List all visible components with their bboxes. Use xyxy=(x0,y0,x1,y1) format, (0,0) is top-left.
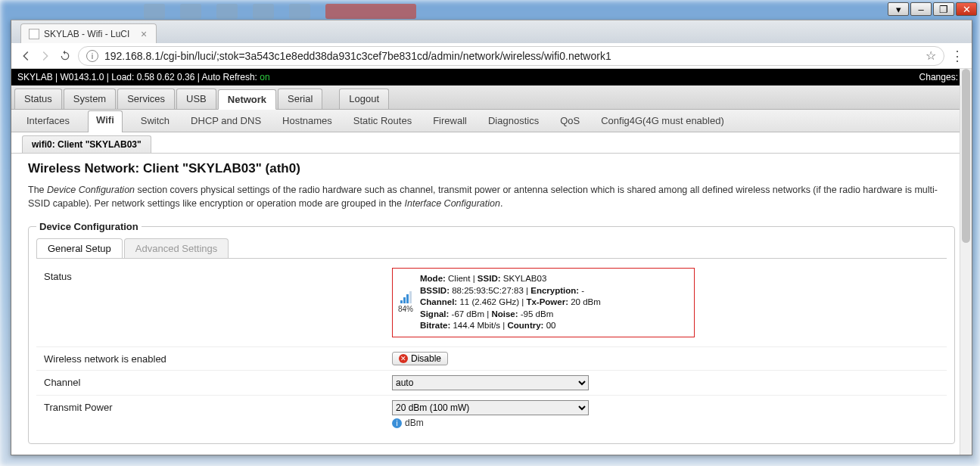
device-configuration-section: Device Configuration General Setup Advan… xyxy=(28,221,955,444)
disable-button[interactable]: ✕ Disable xyxy=(392,352,448,365)
luci-status-bar: SKYLAB | W0143.1.0 | Load: 0.58 0.62 0.3… xyxy=(11,69,972,85)
window-controls: ▾ – ❐ ✕ xyxy=(888,2,977,16)
device-config-legend: Device Configuration xyxy=(36,221,142,232)
browser-tab-title: SKYLAB - Wifi - LuCI xyxy=(44,29,129,39)
page-content: Wireless Network: Client "SKYLAB03" (ath… xyxy=(11,154,972,455)
autorefresh-state[interactable]: on xyxy=(260,72,269,82)
subtab-diagnostics[interactable]: Diagnostics xyxy=(485,113,542,128)
tertiary-nav: wifi0: Client "SKYLAB03" xyxy=(11,132,972,154)
subtab-config4g[interactable]: Config4G(4G must enabled) xyxy=(598,113,727,128)
site-info-icon[interactable]: i xyxy=(86,50,98,62)
row-status: Status 84% Mode: Client | SSID: SKYLAB03 xyxy=(36,265,947,346)
reload-button[interactable] xyxy=(58,49,72,63)
row-enabled: Wireless network is enabled ✕ Disable xyxy=(36,346,947,371)
tab-status[interactable]: Status xyxy=(14,89,62,109)
remove-icon: ✕ xyxy=(399,354,408,363)
page-title: Wireless Network: Client "SKYLAB03" (ath… xyxy=(28,161,955,176)
devcfg-tabs: General Setup Advanced Settings xyxy=(36,238,947,259)
window-maximize-button[interactable]: ❐ xyxy=(933,2,954,16)
window-close-button[interactable]: ✕ xyxy=(956,2,977,16)
file-icon xyxy=(29,29,39,39)
info-icon: i xyxy=(392,418,402,428)
signal-percent: 84% xyxy=(398,305,413,313)
tab-logout[interactable]: Logout xyxy=(339,89,389,109)
forward-button xyxy=(39,49,52,63)
back-button[interactable] xyxy=(19,49,33,63)
tab-wifi0-client[interactable]: wifi0: Client "SKYLAB03" xyxy=(22,135,151,153)
subtab-qos[interactable]: QoS xyxy=(557,113,583,128)
subtab-switch[interactable]: Switch xyxy=(138,113,173,128)
subtab-firewall[interactable]: Firewall xyxy=(430,113,470,128)
browser-tab[interactable]: SKYLAB - Wifi - LuCI × xyxy=(20,23,157,43)
tab-network[interactable]: Network xyxy=(218,89,276,110)
browser-toolbar: i 192.168.8.1/cgi-bin/luci/;stok=3a543c1… xyxy=(11,43,972,69)
devcfg-tab-advanced[interactable]: Advanced Settings xyxy=(124,238,229,258)
taskbar-app-icon[interactable] xyxy=(216,4,238,19)
row-txpower: Transmit Power 20 dBm (100 mW) i dBm xyxy=(36,395,947,433)
channel-label: Channel xyxy=(44,375,392,388)
status-label: Status xyxy=(44,269,392,282)
enabled-label: Wireless network is enabled xyxy=(44,352,392,365)
primary-nav: Status System Services USB Network Seria… xyxy=(11,85,972,110)
scrollbar-vertical[interactable] xyxy=(960,69,972,455)
bookmark-star-icon[interactable]: ☆ xyxy=(926,48,936,63)
window-minimize-extra-button[interactable]: ▾ xyxy=(888,2,909,16)
window-minimize-button[interactable]: – xyxy=(910,2,932,16)
channel-select[interactable]: auto xyxy=(392,375,589,390)
wifi-status-box: 84% Mode: Client | SSID: SKYLAB03 BSSID:… xyxy=(392,268,695,337)
tab-services[interactable]: Services xyxy=(117,89,175,109)
page-description: The Device Configuration section covers … xyxy=(28,184,955,210)
txpower-hint: i dBm xyxy=(392,418,939,428)
subtab-interfaces[interactable]: Interfaces xyxy=(23,113,73,128)
subtab-wifi[interactable]: Wifi xyxy=(88,110,123,132)
subtab-hostnames[interactable]: Hostnames xyxy=(279,113,335,128)
wifi-status-text: Mode: Client | SSID: SKYLAB03 BSSID: 88:… xyxy=(420,273,601,332)
row-channel: Channel auto xyxy=(36,370,947,395)
scrollbar-thumb[interactable] xyxy=(962,69,970,243)
page-viewport: SKYLAB | W0143.1.0 | Load: 0.58 0.62 0.3… xyxy=(11,69,972,455)
taskbar-app-icon[interactable] xyxy=(180,4,201,19)
taskbar-app-icon[interactable] xyxy=(325,4,416,19)
address-bar[interactable]: i 192.168.8.1/cgi-bin/luci/;stok=3a543c1… xyxy=(78,46,944,66)
browser-menu-button[interactable]: ⋮ xyxy=(950,48,964,64)
tab-usb[interactable]: USB xyxy=(176,89,216,109)
browser-window: SKYLAB - Wifi - LuCI × i 192.168.8.1/cgi… xyxy=(11,20,972,455)
txpower-select[interactable]: 20 dBm (100 mW) xyxy=(392,400,589,415)
tab-system[interactable]: System xyxy=(64,89,116,109)
taskbar-app-icon[interactable] xyxy=(144,4,165,19)
devcfg-tab-general[interactable]: General Setup xyxy=(36,238,123,258)
subtab-static-routes[interactable]: Static Routes xyxy=(350,113,415,128)
taskbar-app-icon[interactable] xyxy=(253,4,274,19)
signal-strength-icon: 84% xyxy=(397,291,414,313)
url-text: 192.168.8.1/cgi-bin/luci/;stok=3a543c1e8… xyxy=(104,50,611,62)
changes-indicator[interactable]: Changes: 0 xyxy=(919,72,966,82)
disable-button-label: Disable xyxy=(411,353,441,364)
txpower-label: Transmit Power xyxy=(44,400,392,413)
close-tab-icon[interactable]: × xyxy=(141,30,148,38)
tab-serial[interactable]: Serial xyxy=(278,89,322,109)
taskbar-app-icon[interactable] xyxy=(289,4,310,19)
secondary-nav: Interfaces Wifi Switch DHCP and DNS Host… xyxy=(11,110,972,132)
subtab-dhcp-dns[interactable]: DHCP and DNS xyxy=(188,113,264,128)
browser-tab-strip: SKYLAB - Wifi - LuCI × xyxy=(11,20,972,43)
host-info: SKYLAB | W0143.1.0 | Load: 0.58 0.62 0.3… xyxy=(17,72,260,82)
